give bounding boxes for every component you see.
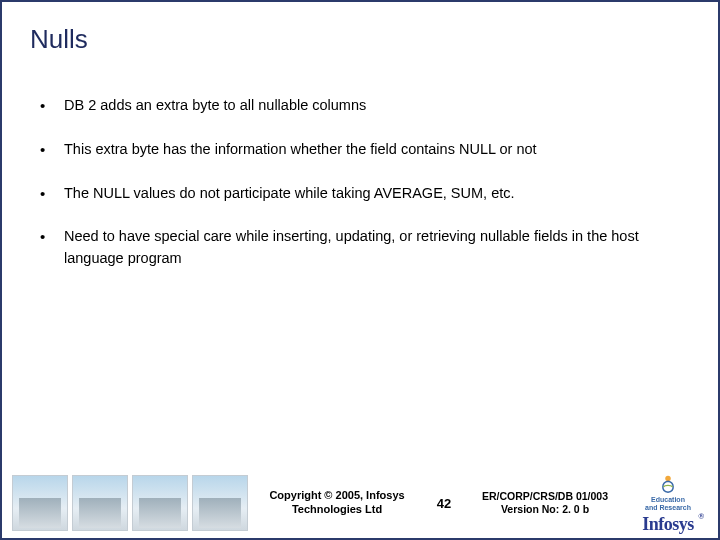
bullet-item: This extra byte has the information whet… <box>38 139 682 161</box>
slide-footer: Copyright © 2005, Infosys Technologies L… <box>2 472 718 538</box>
copyright-line-1: Copyright © 2005, Infosys <box>256 489 418 503</box>
swirl-icon <box>657 473 679 495</box>
footer-image-strip <box>12 475 248 531</box>
edu-label-1: Education <box>651 496 685 503</box>
copyright-block: Copyright © 2005, Infosys Technologies L… <box>256 489 418 517</box>
bullet-item: DB 2 adds an extra byte to all nullable … <box>38 95 682 117</box>
bullet-list: DB 2 adds an extra byte to all nullable … <box>38 95 682 270</box>
copyright-line-2: Technologies Ltd <box>256 503 418 517</box>
footer-image-3 <box>132 475 188 531</box>
education-research-logo: Education and Research <box>645 472 691 512</box>
footer-image-4 <box>192 475 248 531</box>
infosys-logo: Infosys® <box>642 514 694 535</box>
reference-line-1: ER/CORP/CRS/DB 01/003 <box>470 490 620 503</box>
slide-body: DB 2 adds an extra byte to all nullable … <box>2 55 718 472</box>
edu-label-2: and Research <box>645 504 691 511</box>
bullet-item: Need to have special care while insertin… <box>38 226 682 270</box>
slide-frame: Nulls DB 2 adds an extra byte to all nul… <box>0 0 720 540</box>
slide-title: Nulls <box>2 2 718 55</box>
infosys-logo-text: Infosys <box>642 514 694 534</box>
logo-column: Education and Research Infosys® <box>628 472 708 535</box>
footer-image-1 <box>12 475 68 531</box>
bullet-item: The NULL values do not participate while… <box>38 183 682 205</box>
svg-point-0 <box>665 475 671 481</box>
reference-line-2: Version No: 2. 0 b <box>470 503 620 516</box>
page-number: 42 <box>426 496 462 511</box>
reference-block: ER/CORP/CRS/DB 01/003 Version No: 2. 0 b <box>470 490 620 516</box>
registered-mark: ® <box>698 512 703 521</box>
footer-image-2 <box>72 475 128 531</box>
